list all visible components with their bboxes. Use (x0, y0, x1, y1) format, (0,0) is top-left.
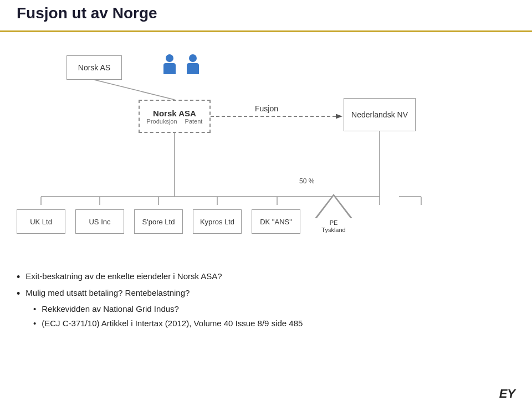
norsk-asa-box: Norsk ASA Produksjon Patent (139, 100, 211, 133)
person-icon-2 (184, 54, 202, 75)
bullets-section: • Exit-beskatning av de enkelte eiendele… (17, 271, 515, 333)
svg-line-0 (94, 80, 175, 100)
bullet-3b-text: (ECJ C-371/10) Artikkel i Intertax (2012… (42, 318, 303, 328)
norsk-as-label: Norsk AS (78, 63, 110, 72)
nederlandsk-nv-box: Nederlandsk NV (344, 98, 416, 131)
person-body-1 (163, 63, 176, 74)
bullet-3a: • Rekkevidden av National Grid Indus? (33, 304, 515, 314)
entity-spore-ltd: S'pore Ltd (134, 209, 183, 234)
person-icons-group (161, 54, 202, 75)
person-body-2 (187, 63, 199, 74)
fusjon-label: Fusjon (255, 104, 278, 113)
norsk-asa-sub2: Patent (185, 118, 203, 125)
top-accent-line (0, 30, 532, 32)
norsk-asa-main-label: Norsk ASA (153, 109, 196, 118)
pe-triangle (315, 194, 352, 218)
norsk-asa-sub1: Produksjon (147, 118, 177, 125)
diagram-area: Norsk AS Norsk ASA Produksjon Patent Fus… (0, 39, 532, 271)
bullet-3b-dot: • (33, 318, 36, 328)
bullet-1-text: Exit-beskatning av de enkelte eiendeler … (25, 271, 222, 281)
bullet-3b: • (ECJ C-371/10) Artikkel i Intertax (20… (33, 318, 515, 328)
bullet-3a-text: Rekkevidden av National Grid Indus? (42, 304, 179, 314)
pe-label: PE Tyskland (321, 219, 345, 234)
bullet-2-dot: • (17, 288, 20, 300)
ey-logo: EY (499, 387, 515, 401)
bullet-1: • Exit-beskatning av de enkelte eiendele… (17, 271, 515, 284)
entity-us-inc: US Inc (75, 209, 124, 234)
page-title: Fusjon ut av Norge (17, 4, 157, 22)
entity-row: UK Ltd US Inc S'pore Ltd Kypros Ltd DK "… (17, 194, 352, 234)
bullet-3a-dot: • (33, 304, 36, 314)
person-icon-1 (161, 54, 178, 75)
fifty-pct-label: 50 % (299, 177, 314, 185)
norsk-as-box: Norsk AS (66, 55, 122, 80)
entity-dk-ans: DK "ANS" (252, 209, 300, 234)
bullet-2-text: Mulig med utsatt betaling? Rentebelastni… (25, 288, 190, 297)
nederlandsk-label: Nederlandsk NV (351, 110, 408, 119)
bullet-1-dot: • (17, 271, 20, 284)
entity-uk-ltd: UK Ltd (17, 209, 65, 234)
bullet-2: • Mulig med utsatt betaling? Rentebelast… (17, 288, 515, 300)
pe-container: PE Tyskland (315, 194, 352, 234)
person-head-1 (166, 54, 173, 62)
entity-kypros-ltd: Kypros Ltd (193, 209, 242, 234)
person-head-2 (189, 54, 197, 62)
